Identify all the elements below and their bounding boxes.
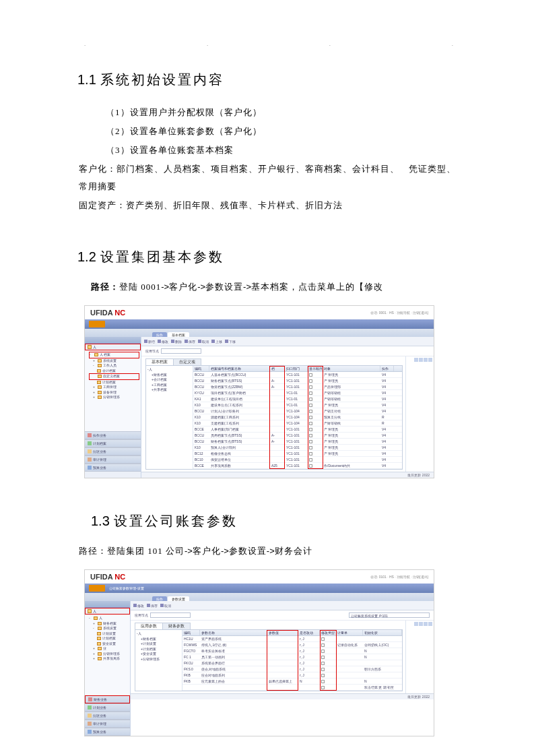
checkbox[interactable] xyxy=(309,452,312,455)
btn-edit[interactable]: 修改 xyxy=(158,340,168,344)
tab-basic-archive[interactable]: 基本档案 xyxy=(168,332,189,337)
checkbox[interactable] xyxy=(309,385,312,389)
sect-3[interactable]: 审计管理 xyxy=(85,720,130,728)
checkbox[interactable] xyxy=(321,643,325,647)
doc-tabs[interactable]: 操作 基本档案 xyxy=(85,329,434,337)
checkbox[interactable] xyxy=(309,440,312,443)
table-row[interactable]: BC12检修业务总线YC1-101产 管理员V4 xyxy=(193,451,402,457)
table-row[interactable]: K10建设单位名(工程系列YC1-01产 管理员V4 xyxy=(193,402,402,408)
sect-4[interactable]: 预算业务 xyxy=(85,464,141,472)
checkbox[interactable] xyxy=(309,391,312,395)
table-row[interactable]: FCWWS传统入,1行记,录)r, J记录自动化系合同切线,1,(OC) xyxy=(182,642,402,648)
tab-operate[interactable]: 操作 xyxy=(152,596,167,601)
table-row[interactable]: HC1U资产界面系统r, J xyxy=(182,636,402,642)
btn-cancel[interactable]: 取消 xyxy=(198,340,209,344)
checkbox[interactable] xyxy=(321,680,325,683)
checkbox[interactable] xyxy=(309,404,312,407)
table-row[interactable]: 双击增第 更 期 初至 xyxy=(182,685,402,691)
table-row[interactable]: KA1建设单位(工程项目档YC1-01产销等销组V4 xyxy=(193,396,402,402)
table-tree[interactable]: -人 +财务档案 +会计档案 +工商档案 +共享档案 xyxy=(146,366,193,469)
table-row[interactable]: K10源建档案(工商系列YC1-104预算支分线R xyxy=(193,414,402,420)
filter-input[interactable] xyxy=(161,348,201,354)
table-row[interactable]: BCCU物资档案节点(ZZBW)A-YC1-101产品管理部V4 xyxy=(193,384,402,390)
btn-save[interactable]: 保存 xyxy=(185,340,195,344)
table-row[interactable]: BCCU计划人(会计职务列YC1-104产销支付组V4 xyxy=(193,408,402,414)
btn-save[interactable]: 保存 xyxy=(147,604,158,608)
sect-2[interactable]: 分区业务 xyxy=(85,712,130,720)
tool-icon[interactable] xyxy=(428,622,432,626)
checkbox[interactable] xyxy=(309,422,312,425)
filter-input[interactable] xyxy=(150,612,191,618)
btn-down[interactable]: 下移 xyxy=(225,340,236,344)
checkbox[interactable] xyxy=(309,428,312,431)
nav-tree[interactable]: -人 档案 +系统设置 -工作人员 会计档案 自定义档案 计划档案 +工商管理 … xyxy=(85,350,141,431)
checkbox[interactable] xyxy=(309,410,312,413)
sidebar-item-active[interactable]: 人 xyxy=(85,608,130,615)
tab2-custom[interactable]: 自定义项 xyxy=(173,358,201,365)
checkbox[interactable] xyxy=(321,637,325,641)
btn-up[interactable]: 上移 xyxy=(211,340,222,344)
top-menubar[interactable]: 公司账套参数管理-设置 xyxy=(85,584,434,593)
tool-icon[interactable] xyxy=(424,622,428,626)
tool-icon[interactable] xyxy=(414,358,418,362)
table-row[interactable]: FKB应会对地面系列r, J xyxy=(182,672,402,679)
sidebar-item-active[interactable]: 人 xyxy=(85,344,141,350)
checkbox[interactable] xyxy=(309,446,312,449)
table-row[interactable]: BC10保安运维单位YC1-101V4 xyxy=(193,457,402,463)
sect-4[interactable]: 预算业务 xyxy=(85,728,130,736)
top-menubar[interactable] xyxy=(85,319,434,329)
checkbox[interactable] xyxy=(309,458,312,462)
checkbox[interactable] xyxy=(309,379,312,383)
tab2-app[interactable]: 应用参数 xyxy=(135,623,163,629)
table-row[interactable]: BCCU员用档案节点(BTSS)A-YC1-101产 管理员V4 xyxy=(193,433,402,439)
sect-finance[interactable]: 财务业务 xyxy=(85,695,130,703)
table-row[interactable]: BCCE共享项局系数A25YC1-101作/Document内共V4 xyxy=(193,463,402,469)
doc-tabs[interactable]: 操作 参数设置 xyxy=(85,593,434,601)
checkbox[interactable] xyxy=(309,373,312,377)
table-tree[interactable]: -人 +财务档案 +计划设置 +计划档案 +安全设置 +分销管理系 xyxy=(135,630,182,691)
nav-home-button[interactable] xyxy=(89,321,105,327)
btn-new[interactable]: 新增 xyxy=(144,340,155,344)
table-row[interactable]: FGCTO科考实会算标准r, JN xyxy=(182,648,402,654)
tool-icon[interactable] xyxy=(424,358,428,362)
table-row[interactable]: FKS.0使会,对地面系统r, J明示方西系 xyxy=(182,666,402,672)
tab-operate[interactable]: 操作 xyxy=(152,332,167,337)
btn-cancel[interactable]: 取消 xyxy=(160,604,171,608)
checkbox[interactable] xyxy=(321,662,325,665)
sect-1[interactable]: 计划业务 xyxy=(85,703,130,712)
checkbox[interactable] xyxy=(309,398,312,401)
tool-icon[interactable] xyxy=(414,622,418,626)
table-row[interactable]: BCCU财务档案节点(BTSS)A-YC1-101产 管理员V4 xyxy=(193,439,402,445)
sect-3[interactable]: 审计管理 xyxy=(85,455,141,464)
table-row[interactable]: FKCU系统第会界面行r, J xyxy=(182,660,402,666)
tab2-basic[interactable]: 基本档案 xyxy=(145,358,174,365)
tab2-fin[interactable]: 财务参数 xyxy=(162,623,191,629)
checkbox[interactable] xyxy=(321,686,325,689)
checkbox[interactable] xyxy=(309,434,312,437)
table-row[interactable]: FC 1员工第一动画列r, JN xyxy=(182,654,402,660)
checkbox[interactable] xyxy=(321,650,325,653)
table-row[interactable]: BCCU人基本档案节点(BCCU)YC1-101产 管理员V4 xyxy=(193,372,402,378)
table-row[interactable]: FKB应元素第上的会如果已选择第上NN xyxy=(182,679,402,685)
table-row[interactable]: KYCU项目档案节点(客户附档YC1-01产销等销组V4 xyxy=(193,390,402,396)
table-row[interactable]: BCCU财务档案节点(BTSS)A-YC1-101产 管理员V4 xyxy=(193,378,402,384)
data-table[interactable]: 编码 参数名称 参数值 是否改动 修改类型 计量单 初始化状 HC1U资产界面系… xyxy=(182,630,402,691)
sect-2[interactable]: 分区业务 xyxy=(85,447,141,455)
table-row[interactable]: K10支建档案(工程系列YC1-104产财等销线R xyxy=(193,420,402,427)
sect-1[interactable]: 计划档案 xyxy=(85,439,141,447)
sect-0[interactable]: 操作业务 xyxy=(85,431,141,439)
checkbox[interactable] xyxy=(321,656,325,659)
btn-del[interactable]: 删除 xyxy=(171,340,182,344)
checkbox[interactable] xyxy=(321,668,325,671)
nav-tree[interactable]: -人 +财务档案 -系统设置 计划设置 计划档案 安全设置 +业 +分销管理系 … xyxy=(85,615,130,695)
table-row[interactable]: BCCE人事档案(部门档案YC1-101产 管理员V4 xyxy=(193,427,402,433)
checkbox[interactable] xyxy=(309,416,312,419)
checkbox[interactable] xyxy=(321,674,325,677)
data-table[interactable]: 编码 档案编号和档案名称 档 归口部门 显示顺序 对象 操作 BCCU人基本档案… xyxy=(193,366,402,469)
tool-icon[interactable] xyxy=(419,358,423,362)
tab-params[interactable]: 参数设置 xyxy=(168,596,189,601)
tool-icon[interactable] xyxy=(428,358,432,362)
table-row[interactable]: K10预算人(会计部列YC1-101产 管理员V4 xyxy=(193,445,402,451)
nav-home-button[interactable] xyxy=(89,585,105,592)
checkbox[interactable] xyxy=(309,464,312,468)
